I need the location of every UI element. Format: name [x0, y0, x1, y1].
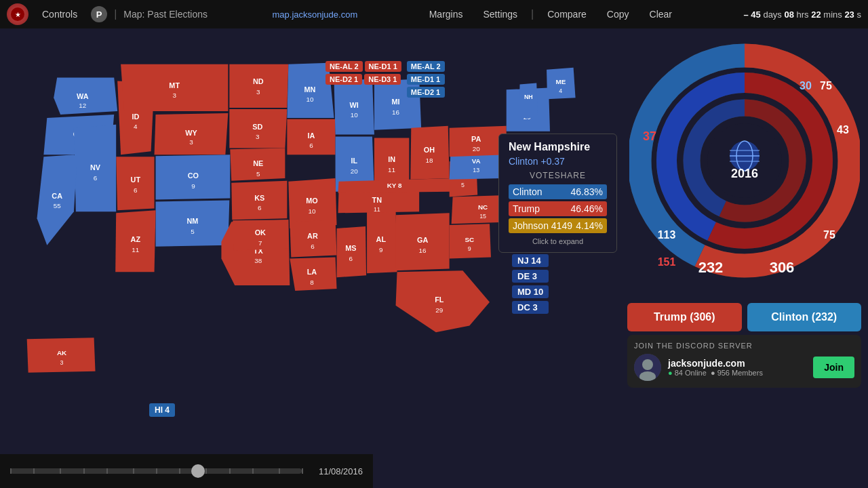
svg-text:ND: ND [253, 77, 264, 85]
site-url[interactable]: map.jacksonjude.com [273, 9, 358, 20]
countdown-days: 45 [751, 9, 760, 20]
svg-text:75: 75 [823, 229, 835, 241]
discord-wrapper: JOIN THE DISCORD SERVER jacksonjude.com … [620, 335, 868, 394]
timeline-thumb[interactable] [191, 464, 205, 478]
svg-text:6: 6 [134, 186, 138, 194]
online-dot: ● [668, 369, 673, 377]
svg-text:KS: KS [254, 194, 264, 202]
countdown-mins: 22 [811, 9, 821, 20]
svg-text:OK: OK [255, 228, 266, 237]
svg-text:LA: LA [307, 268, 317, 276]
svg-text:ME: ME [555, 78, 566, 85]
svg-text:OH: OH [424, 146, 435, 154]
svg-text:AR: AR [307, 232, 318, 240]
svg-text:11: 11 [374, 206, 380, 213]
svg-text:WI: WI [350, 101, 359, 109]
svg-text:UT: UT [131, 176, 141, 184]
small-label-dc: DC 3 [512, 301, 549, 314]
svg-text:3: 3 [172, 92, 176, 99]
timeline-date: 11/08/2016 [309, 466, 363, 476]
svg-text:10: 10 [306, 96, 313, 103]
tooltip-clinton-label: Clinton [513, 186, 542, 197]
svg-text:MT: MT [169, 81, 180, 89]
donut-chart-area: 2016 75 43 75 113 37 30 151 232 306 [620, 28, 868, 300]
state-nd[interactable] [229, 64, 288, 108]
svg-text:232: 232 [698, 259, 723, 276]
tooltip-johnson-pct: 4.14% [576, 220, 603, 231]
svg-text:SC: SC [465, 236, 474, 243]
ne-d3-label: NE-D3 1 [364, 74, 401, 85]
svg-text:20: 20 [473, 145, 480, 152]
district-labels: NE-AL 2 NE-D1 1 NE-D2 1 NE-D3 1 ME-AL 2 … [326, 61, 445, 98]
tooltip-expand[interactable]: Click to expand [509, 237, 607, 245]
svg-text:7: 7 [258, 239, 262, 247]
svg-text:5: 5 [461, 182, 465, 188]
p-icon: P [91, 6, 107, 22]
svg-text:3: 3 [256, 88, 260, 96]
ne-al-label: NE-AL 2 [326, 61, 363, 72]
svg-text:5: 5 [256, 170, 260, 178]
svg-text:VA: VA [472, 157, 481, 165]
svg-text:MS: MS [345, 244, 356, 252]
timeline-track[interactable] [10, 468, 302, 474]
ne-d1-label: NE-D1 1 [365, 61, 401, 72]
tooltip-clinton-pct: 46.83% [571, 186, 603, 197]
map-area[interactable]: NE-AL 2 NE-D1 1 NE-D2 1 NE-D3 1 ME-AL 2 … [0, 28, 620, 488]
state-tooltip: New Hampshire Clinton +0.37 Voteshare Cl… [498, 134, 617, 253]
margins-button[interactable]: Margins [422, 6, 470, 22]
svg-text:75: 75 [820, 80, 832, 92]
settings-button[interactable]: Settings [477, 6, 525, 22]
compare-button[interactable]: Compare [540, 6, 593, 22]
svg-text:11: 11 [132, 246, 139, 253]
discord-section-title: JOIN THE DISCORD SERVER [634, 342, 854, 350]
svg-text:FL: FL [435, 296, 444, 304]
svg-text:NE: NE [253, 159, 263, 167]
small-label-de: DE 3 [512, 270, 549, 283]
svg-text:AZ: AZ [131, 235, 141, 243]
trump-result-button[interactable]: Trump (306) [627, 303, 742, 331]
svg-text:3: 3 [189, 138, 193, 146]
svg-text:AK: AK [57, 349, 67, 357]
online-count: 84 Online [675, 369, 707, 377]
svg-text:113: 113 [657, 229, 675, 241]
controls-button[interactable]: Controls [35, 6, 84, 22]
tooltip-johnson-row: Johnson 4149 4.14% [509, 218, 607, 233]
svg-text:6: 6 [311, 243, 315, 250]
svg-text:9: 9 [379, 246, 383, 253]
copy-button[interactable]: Copy [600, 6, 636, 22]
discord-stats: ● 84 Online ● 956 Members [668, 369, 806, 377]
svg-text:43: 43 [837, 124, 849, 136]
svg-text:IL: IL [351, 157, 357, 165]
svg-point-110 [642, 359, 653, 370]
svg-text:29: 29 [435, 306, 443, 314]
svg-text:NH: NH [524, 94, 533, 100]
right-panel: 2016 75 43 75 113 37 30 151 232 306 Trum… [620, 28, 868, 488]
result-bar: Trump (306) Clinton (232) [627, 303, 861, 331]
svg-text:306: 306 [769, 259, 794, 276]
svg-text:16: 16 [392, 108, 399, 116]
svg-text:NV: NV [90, 163, 101, 171]
svg-text:★: ★ [15, 11, 21, 18]
svg-text:30: 30 [800, 80, 812, 92]
svg-text:13: 13 [473, 167, 479, 174]
svg-text:9: 9 [191, 182, 195, 190]
member-count: 956 Members [717, 369, 763, 377]
tooltip-clinton-row: Clinton 46.83% [509, 184, 607, 199]
clinton-result-button[interactable]: Clinton (232) [747, 303, 862, 331]
svg-text:38: 38 [254, 257, 262, 264]
state-ca[interactable] [37, 155, 77, 245]
clear-button[interactable]: Clear [643, 6, 679, 22]
svg-text:3: 3 [256, 133, 260, 140]
small-label-md: MD 10 [512, 285, 549, 298]
discord-join-button[interactable]: Join [813, 357, 854, 378]
svg-text:6: 6 [309, 142, 313, 149]
me-d2-label: ME-D2 1 [407, 87, 445, 98]
countdown-hrs: 08 [784, 9, 793, 20]
svg-text:37: 37 [642, 129, 656, 143]
countdown-display: – 45 days 08 hrs 22 mins 23 s [743, 9, 861, 20]
svg-text:151: 151 [657, 256, 675, 268]
svg-text:18: 18 [426, 157, 433, 164]
svg-text:12: 12 [79, 102, 86, 109]
small-label-nj: NJ 14 [512, 254, 549, 267]
timeline[interactable]: 11/08/2016 [0, 454, 373, 488]
